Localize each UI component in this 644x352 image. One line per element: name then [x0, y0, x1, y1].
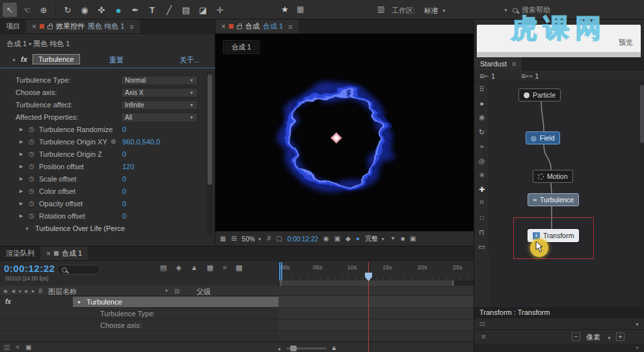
label-color-icon[interactable]: ● [31, 288, 34, 294]
twirl-right-icon[interactable]: ▶ [20, 127, 23, 132]
audio-icon[interactable]: ◀ [11, 288, 15, 294]
magnification-select[interactable]: 50% ▼ [242, 236, 262, 243]
zoom-out-button[interactable]: − [572, 332, 580, 341]
panel-menu-icon[interactable]: ≡ [129, 23, 133, 31]
orbit-camera-tool[interactable]: ↻ [60, 3, 75, 17]
tab-render-queue[interactable]: 渲染队列 [0, 247, 40, 260]
pan-behind-tool[interactable]: ✜ [94, 3, 109, 17]
puppet-tool[interactable]: ✛ [213, 3, 227, 17]
property-value[interactable]: 0 [122, 175, 126, 183]
close-icon[interactable]: × [32, 23, 36, 31]
layer-name-column[interactable]: 图层名称 [48, 287, 77, 297]
flowchart-icon[interactable]: ▦ [220, 236, 226, 242]
panel-menu-icon[interactable]: ≡ [288, 23, 292, 31]
tab-composition[interactable]: × 合成 合成 1 ≡ [215, 20, 299, 33]
board-icon[interactable]: ▦ [297, 5, 304, 13]
current-timecode[interactable]: 0:00:12:22 [4, 263, 55, 274]
pen-tool[interactable]: ✒ [128, 3, 142, 17]
stopwatch-icon[interactable]: ◷ [29, 126, 34, 133]
close-icon[interactable]: × [221, 23, 226, 31]
region-of-interest-icon[interactable]: ⊞ [231, 236, 236, 242]
particle-icon[interactable]: ● [474, 96, 489, 111]
reset-button[interactable]: 重置 [109, 55, 124, 65]
waves-icon[interactable]: ≈ [474, 139, 489, 154]
solo-icon[interactable]: ● [18, 288, 21, 294]
draft-3d-icon[interactable]: ◈ [176, 264, 181, 271]
twirl-right-icon[interactable]: ▶ [20, 139, 23, 144]
frame-blending-icon[interactable]: ▦ [207, 264, 213, 271]
node-turbulence[interactable]: ≈ Turbulence [528, 193, 579, 206]
timeline-zoom-slider[interactable] [286, 347, 327, 349]
scrollbar-thumb[interactable] [208, 74, 212, 185]
tab-project[interactable]: 项目 [0, 20, 26, 33]
eraser-tool[interactable]: ◪ [196, 3, 210, 17]
tab-stardust[interactable]: Stardust ≡ [474, 57, 522, 70]
chevron-down-icon[interactable]: ▼ [635, 322, 639, 327]
crosshair-icon[interactable]: ⊕ [111, 138, 116, 145]
shape-tool[interactable]: ● [111, 3, 126, 17]
twirl-right-icon[interactable]: ▶ [20, 189, 23, 194]
twirl-right-icon[interactable]: ▶ [20, 213, 23, 219]
comb-icon[interactable]: ⊓ [474, 225, 489, 239]
selection-tool[interactable]: ↖ [3, 3, 17, 17]
about-button[interactable]: 关于... [180, 55, 200, 65]
tab-timeline-comp[interactable]: × 合成 1 [40, 247, 88, 260]
lock-icon[interactable] [237, 25, 242, 29]
property-value[interactable]: 0 [122, 187, 126, 195]
time-ruler[interactable]: 00s 05s 10s 15s 20s 25s [278, 261, 474, 280]
channels-icon[interactable]: ● [356, 236, 360, 242]
video-visibility-icon[interactable]: ◉ [3, 288, 8, 294]
property-value[interactable]: 960.0,540.0 [122, 138, 160, 146]
shy-layers-icon[interactable]: ▲ [191, 264, 198, 271]
stopwatch-icon[interactable]: ◷ [29, 187, 34, 195]
stopwatch-icon[interactable]: ◷ [29, 138, 34, 145]
panel-menu-icon[interactable]: ≡ [512, 60, 516, 68]
twirl-down-icon[interactable]: ▼ [77, 300, 81, 305]
chevron-down-icon[interactable]: ▼ [635, 345, 639, 350]
swirl-icon[interactable]: ↻ [474, 125, 489, 139]
twirl-right-icon[interactable]: ▶ [20, 164, 23, 169]
panel-menu-icon[interactable]: ≡ [481, 332, 485, 340]
parent-column[interactable]: 父级 [196, 287, 211, 297]
stopwatch-icon[interactable]: ◷ [29, 150, 34, 157]
stamp-tool[interactable]: ▤ [179, 3, 193, 17]
type-tool[interactable]: T [145, 3, 159, 17]
dropdown-affected-properties[interactable]: All ▼ [121, 113, 198, 122]
zoom-tool[interactable]: ⊕ [36, 3, 51, 17]
node-field[interactable]: ◎ Field [526, 131, 560, 144]
dropdown-turbulence-type[interactable]: Normal ▼ [121, 75, 198, 85]
zoom-in-mountain-icon[interactable]: ▲ [330, 344, 338, 351]
stopwatch-icon[interactable]: ◷ [29, 212, 34, 219]
property-value[interactable]: 120 [122, 163, 134, 170]
node-view-badge[interactable]: ⊞▪▫ 1 [479, 72, 495, 80]
frame-icon[interactable]: ▭ [474, 239, 489, 254]
twirl-right-icon[interactable]: ▶ [20, 201, 23, 206]
rings-icon[interactable]: ◎ [474, 154, 489, 168]
lock-column-icon[interactable]: ■ [25, 288, 28, 294]
camera-tool[interactable]: ◉ [77, 3, 92, 17]
motion-blur-icon[interactable]: ≈ [222, 264, 226, 271]
effect-name[interactable]: Turbulence [33, 54, 80, 64]
grid-guides-icon[interactable]: # [267, 236, 271, 242]
layer-name-cell[interactable]: ▼ Turbulence [73, 297, 278, 307]
property-value[interactable]: 0 [122, 212, 126, 220]
burst-icon[interactable]: ✻ [474, 111, 489, 125]
twirl-right-icon[interactable]: ▶ [20, 176, 23, 182]
dropdown-choose-axis[interactable]: Axis X ▼ [121, 88, 198, 98]
exposure-icon[interactable]: ▣ [410, 236, 416, 242]
graph-editor-icon[interactable]: ▩ [235, 264, 242, 271]
zoom-out-mountain-icon[interactable]: ▲ [277, 346, 282, 351]
work-area-region[interactable] [280, 280, 454, 286]
workspace-select[interactable]: 标准 ▼ [424, 6, 446, 16]
modes-icon[interactable]: ▤ [174, 288, 180, 294]
timeline-search-input[interactable] [57, 265, 100, 275]
help-search[interactable]: 搜索帮助 [513, 5, 550, 15]
switches-icon[interactable]: ✦ [164, 288, 169, 294]
resolution-select[interactable]: 完整 ▼ [365, 234, 385, 243]
fx-badge[interactable]: fx [5, 298, 11, 305]
transfer-controls-icon[interactable]: ▣ [25, 344, 31, 351]
plus-node-icon[interactable]: ✚ [474, 182, 489, 196]
fast-previews-icon[interactable]: ◆ [345, 236, 351, 242]
expand-layers-icon[interactable]: ◫ [4, 344, 10, 351]
star-icon[interactable]: ★ [281, 5, 289, 14]
